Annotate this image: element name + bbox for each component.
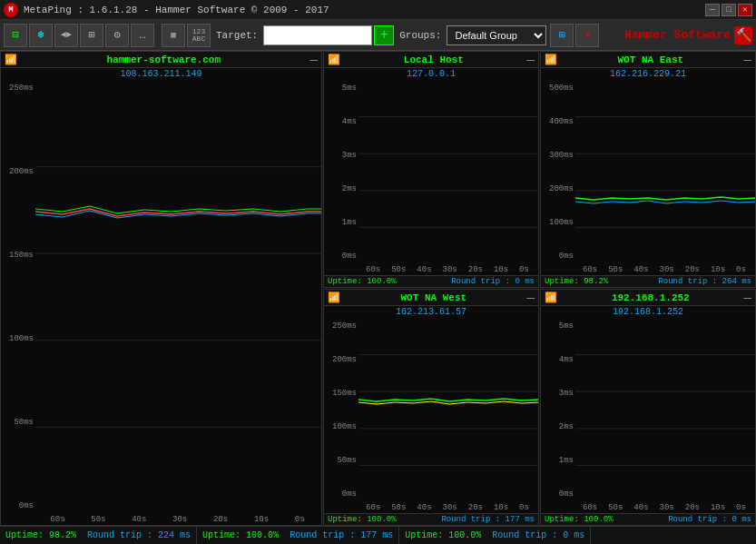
y-labels-192: 5ms 4ms 3ms 2ms 1ms 0ms	[541, 318, 575, 502]
status-segment-3: Uptime: 100.0% Round trip : 0 ms	[399, 527, 591, 544]
groups-select[interactable]: Default Group	[447, 25, 546, 45]
chart-svg-hammer	[35, 80, 321, 514]
panel-status-localhost: Uptime: 100.0% Round trip : 0 ms	[324, 275, 538, 287]
more-button[interactable]: …	[131, 24, 154, 47]
status-rt-1: Round trip : 224 ms	[87, 530, 191, 540]
chart-svg-wot-west	[358, 318, 538, 502]
top-row-panels: 📶 Local Host — 127.0.0.1 5ms 4ms 3ms 2ms…	[323, 51, 756, 288]
panel-header-wot-west: 📶 WOT NA West —	[324, 290, 538, 306]
panel-minimize-wot-east[interactable]: —	[744, 54, 751, 66]
group-del-button[interactable]: ✕	[575, 24, 599, 47]
hammer-software-label: Hammer Software	[624, 28, 731, 42]
y-labels-wot-west: 250ms 200ms 150ms 100ms 50ms 0ms	[324, 318, 358, 502]
hammer-icon: 🔨	[734, 26, 752, 45]
panel-title-hammer: hammer-software.com	[107, 54, 221, 65]
wifi-icon-localhost: 📶	[328, 54, 340, 65]
panel-wot-na-east: 📶 WOT NA East — 162.216.229.21 500ms 400…	[540, 51, 756, 288]
settings-button[interactable]: ⚙	[105, 24, 129, 47]
uptime-localhost: Uptime: 100.0%	[328, 277, 397, 286]
panel-ip-hammer: 108.163.211.149	[1, 68, 321, 80]
target-input[interactable]	[263, 25, 372, 45]
x-labels-wot-west: 60s50s40s30s20s10s0s	[324, 502, 538, 513]
wifi-icon-wot-east: 📶	[545, 54, 557, 65]
x-labels-wot-east: 60s50s40s30s20s10s0s	[541, 264, 755, 275]
chart-wot-west: 250ms 200ms 150ms 100ms 50ms 0ms	[324, 318, 538, 502]
rt-wot-west: Round trip : 177 ms	[441, 515, 535, 524]
main-content: 📶 hammer-software.com — 108.163.211.149 …	[0, 51, 756, 526]
maximize-button[interactable]: □	[722, 4, 736, 16]
monitor-button[interactable]: ⊟	[4, 24, 27, 47]
status-segment-2: Uptime: 100.0% Round trip : 177 ms	[197, 527, 399, 544]
chart-svg-192	[575, 318, 755, 502]
panel-header-localhost: 📶 Local Host —	[324, 52, 538, 68]
minimize-button[interactable]: —	[705, 4, 720, 16]
panel-title-localhost: Local Host	[404, 54, 464, 65]
y-labels-hammer: 250ms 200ms 150ms 100ms 50ms 0ms	[1, 80, 35, 514]
status-rt-3: Round trip : 0 ms	[492, 530, 584, 540]
grid-button[interactable]: ⊞	[80, 24, 103, 47]
panel-192-168: 📶 192.168.1.252 — 192.168.1.252 5ms 4ms …	[540, 289, 756, 526]
panel-title-wot-west: WOT NA West	[400, 292, 466, 303]
panel-ip-wot-west: 162.213.61.57	[324, 306, 538, 318]
audio-button[interactable]: ◄►	[54, 24, 78, 47]
panel-title-192: 192.168.1.252	[612, 292, 690, 303]
y-labels-wot-east: 500ms 400ms 300ms 200ms 100ms 0ms	[541, 80, 575, 264]
wifi-icon-192: 📶	[545, 292, 557, 303]
chart-hammer: 250ms 200ms 150ms 100ms 50ms 0ms	[1, 80, 321, 514]
panel-header-hammer: 📶 hammer-software.com —	[1, 52, 321, 68]
status-uptime-2: Uptime: 100.0%	[202, 530, 279, 540]
status-uptime-3: Uptime: 100.0%	[405, 530, 481, 540]
panel-ip-wot-east: 162.216.229.21	[541, 68, 755, 80]
snowflake-button[interactable]: ❄	[29, 24, 53, 47]
app-icon: M	[4, 3, 18, 17]
status-uptime-1: Uptime: 98.2%	[5, 530, 76, 540]
uptime-wot-west: Uptime: 100.0%	[328, 515, 397, 524]
layout-button[interactable]: ▦	[162, 24, 185, 47]
panel-header-192: 📶 192.168.1.252 —	[541, 290, 755, 306]
panel-local-host: 📶 Local Host — 127.0.0.1 5ms 4ms 3ms 2ms…	[323, 51, 539, 288]
y-labels-localhost: 5ms 4ms 3ms 2ms 1ms 0ms	[324, 80, 358, 264]
target-label: Target:	[216, 30, 258, 41]
bottom-row-panels: 📶 WOT NA West — 162.213.61.57 250ms 200m…	[323, 289, 756, 526]
panel-title-wot-east: WOT NA East	[617, 54, 683, 65]
panel-hammer-software: 📶 hammer-software.com — 108.163.211.149 …	[0, 51, 322, 526]
abc-button[interactable]: 123ABC	[187, 24, 211, 47]
uptime-wot-east: Uptime: 98.2%	[545, 277, 608, 286]
groups-label: Groups:	[399, 30, 441, 41]
panel-status-wot-east: Uptime: 98.2% Round trip : 264 ms	[541, 275, 755, 287]
chart-wot-east: 500ms 400ms 300ms 200ms 100ms 0ms	[541, 80, 755, 264]
close-button[interactable]: ✕	[738, 4, 752, 16]
panel-ip-192: 192.168.1.252	[541, 306, 755, 318]
panel-header-wot-east: 📶 WOT NA East —	[541, 52, 755, 68]
toolbar: ⊟ ❄ ◄► ⊞ ⚙ … ▦ 123ABC Target: + Groups: …	[0, 20, 756, 51]
right-panels: 📶 Local Host — 127.0.0.1 5ms 4ms 3ms 2ms…	[323, 51, 756, 526]
chart-localhost: 5ms 4ms 3ms 2ms 1ms 0ms	[324, 80, 538, 264]
panel-status-192: Uptime: 100.0% Round trip : 0 ms	[541, 513, 755, 525]
chart-192: 5ms 4ms 3ms 2ms 1ms 0ms	[541, 318, 755, 502]
x-labels-192: 60s50s40s30s20s10s0s	[541, 502, 755, 513]
rt-wot-east: Round trip : 264 ms	[658, 277, 751, 286]
window-controls: — □ ✕	[705, 4, 752, 16]
wifi-icon-wot-west: 📶	[328, 292, 340, 303]
uptime-192: Uptime: 100.0%	[545, 515, 614, 524]
add-target-button[interactable]: +	[374, 25, 394, 45]
panel-ip-localhost: 127.0.0.1	[324, 68, 538, 80]
chart-svg-wot-east	[575, 80, 755, 264]
chart-svg-localhost	[358, 80, 538, 264]
status-segment-1: Uptime: 98.2% Round trip : 224 ms	[0, 527, 197, 544]
panel-minimize-hammer[interactable]: —	[310, 54, 318, 66]
rt-192: Round trip : 0 ms	[668, 515, 751, 524]
x-labels-localhost: 60s50s40s30s20s10s0s	[324, 264, 538, 275]
panel-minimize-wot-west[interactable]: —	[527, 292, 535, 304]
panel-wot-na-west: 📶 WOT NA West — 162.213.61.57 250ms 200m…	[323, 289, 539, 526]
status-rt-2: Round trip : 177 ms	[290, 530, 393, 540]
x-labels-hammer: 60s50s40s30s20s10s0s	[1, 514, 321, 525]
panel-minimize-localhost[interactable]: —	[527, 54, 535, 66]
wifi-icon-hammer: 📶	[5, 54, 17, 65]
panel-minimize-192[interactable]: —	[744, 292, 751, 304]
panel-status-wot-west: Uptime: 100.0% Round trip : 177 ms	[324, 513, 538, 525]
group-add-button[interactable]: ⊞	[550, 24, 574, 47]
status-bar: Uptime: 98.2% Round trip : 224 ms Uptime…	[0, 526, 756, 544]
hammer-logo: Hammer Software 🔨	[624, 26, 752, 45]
title-bar: M MetaPing : 1.6.1.28 - Hammer Software …	[0, 0, 756, 20]
